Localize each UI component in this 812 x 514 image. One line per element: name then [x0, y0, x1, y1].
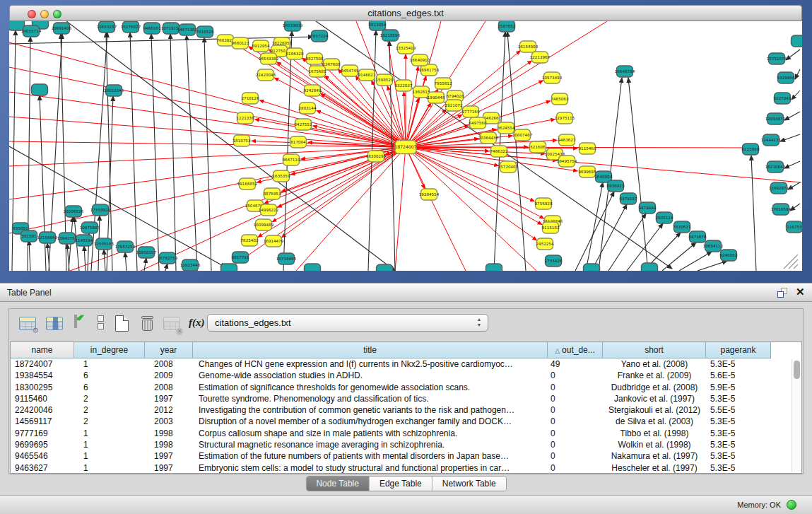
graph-node[interactable]: 7485063: [551, 93, 569, 105]
graph-node[interactable]: 9227341: [774, 93, 792, 104]
graph-node[interactable]: 20891406: [52, 23, 72, 34]
graph-node[interactable]: 12923448: [180, 259, 201, 271]
graph-node[interactable]: [486, 264, 502, 271]
graph-node[interactable]: 12213967: [530, 52, 551, 63]
graph-node[interactable]: 20053346: [104, 85, 124, 96]
graph-node[interactable]: 9699695: [579, 166, 596, 177]
table-options-button[interactable]: ⚙: [18, 315, 37, 333]
column-header-name[interactable]: name: [11, 342, 74, 358]
graph-node[interactable]: 2935114: [656, 212, 673, 223]
table-row[interactable]: 969969511998Structural magnetic resonanc…: [11, 439, 801, 450]
table-row[interactable]: 946554611997Estimation of the future num…: [11, 450, 801, 462]
table-row[interactable]: 946362711997Embryonic stem cells: a mode…: [11, 462, 801, 473]
graph-node[interactable]: 2803144: [299, 103, 317, 114]
graph-node[interactable]: 8186328: [286, 48, 304, 59]
graph-node[interactable]: 16210643: [765, 161, 786, 173]
graph-node[interactable]: 7486322: [490, 146, 508, 157]
graph-node[interactable]: 13992971: [769, 182, 789, 194]
network-canvas[interactable]: 7663822966012389129541822605891275031654…: [9, 21, 802, 271]
graph-node[interactable]: 19218596: [380, 30, 401, 41]
graph-node[interactable]: 1810753: [233, 135, 251, 146]
graph-node[interactable]: 7955812: [435, 78, 452, 89]
graph-node[interactable]: 19166852: [237, 178, 257, 189]
graph-node[interactable]: 16648784: [615, 66, 635, 77]
float-window-icon[interactable]: [777, 288, 788, 298]
graph-node[interactable]: 14998222: [259, 204, 278, 216]
graph-node[interactable]: 9660123: [232, 37, 249, 49]
graph-node[interactable]: 16914479: [264, 235, 284, 247]
graph-node[interactable]: 8878353: [264, 188, 281, 199]
graph-node[interactable]: 9463627: [558, 134, 576, 146]
graph-node[interactable]: 10653287: [97, 21, 117, 33]
table-row[interactable]: 1938455462009Genome-wide association stu…: [11, 370, 801, 381]
graph-node[interactable]: 7625402: [241, 235, 259, 246]
graph-node[interactable]: 16099489: [254, 219, 274, 230]
graph-node[interactable]: 8813054: [369, 21, 387, 30]
graph-node[interactable]: 9146821: [358, 69, 376, 81]
graph-node[interactable]: 12093872: [765, 113, 785, 124]
graph-node[interactable]: 12505185: [94, 238, 114, 250]
graph-node[interactable]: [32, 84, 48, 95]
graph-node[interactable]: [377, 264, 393, 271]
graph-node[interactable]: 12975115: [555, 112, 575, 124]
tab-network-table[interactable]: Network Table: [433, 477, 506, 491]
graph-node[interactable]: 13325419: [396, 42, 416, 54]
graph-node[interactable]: 8471676: [689, 231, 707, 243]
tab-node-table[interactable]: Node Table: [306, 477, 370, 491]
graph-node[interactable]: 10973493: [542, 72, 563, 83]
graph-node[interactable]: 9827508: [306, 53, 324, 64]
graph-node[interactable]: 22420046: [256, 69, 276, 81]
graph-node[interactable]: 17016504: [771, 204, 792, 215]
column-header-in_degree[interactable]: in_degree: [74, 342, 145, 358]
graph-node[interactable]: 8427552: [295, 119, 312, 130]
graph-node[interactable]: 1588520: [376, 74, 394, 86]
graph-node[interactable]: 15276007: [121, 21, 141, 33]
delete-column-button[interactable]: [138, 315, 158, 333]
tab-edge-table[interactable]: Edge Table: [370, 477, 433, 491]
graph-node[interactable]: 20364436: [478, 132, 499, 144]
graph-node[interactable]: 15720407: [498, 161, 519, 173]
graph-node[interactable]: [642, 263, 658, 271]
graph-node[interactable]: 9777169: [462, 106, 480, 117]
graph-node[interactable]: 14671388: [177, 24, 198, 35]
table-row[interactable]: 2242004622012Investigating the contribut…: [11, 404, 801, 416]
graph-node[interactable]: 2452254: [536, 238, 554, 250]
graph-node[interactable]: 16640910: [410, 54, 430, 66]
graph-node[interactable]: 15751874: [767, 53, 787, 64]
graph-node[interactable]: 1990448: [428, 92, 445, 103]
graph-node[interactable]: 16543382: [259, 53, 278, 64]
graph-hub-node[interactable]: 18724007: [394, 141, 417, 154]
graph-node[interactable]: 9115182: [542, 222, 560, 233]
graph-node[interactable]: 621606: [530, 141, 546, 153]
function-builder-button[interactable]: f(x): [187, 315, 207, 333]
graph-node[interactable]: 6497568: [469, 117, 487, 129]
graph-node[interactable]: 7815526: [196, 26, 214, 37]
canvas-resize-handle[interactable]: [784, 255, 798, 269]
graph-node[interactable]: 1733426: [545, 255, 563, 267]
graph-node[interactable]: 9242848: [304, 85, 322, 96]
memory-ok-indicator[interactable]: [787, 500, 796, 510]
new-table-button[interactable]: [112, 315, 132, 333]
graph-node[interactable]: 391591: [21, 230, 37, 242]
graph-node[interactable]: 2718126: [242, 93, 259, 104]
graph-node[interactable]: 13942757: [57, 233, 78, 244]
graph-node[interactable]: 7857224: [311, 30, 329, 42]
graph-node[interactable]: 16154808: [518, 41, 539, 52]
unselect-all-button[interactable]: [92, 315, 112, 333]
graph-node[interactable]: 15718485: [276, 253, 297, 264]
graph-node[interactable]: 6379197: [620, 193, 637, 204]
graph-node[interactable]: 10958107: [136, 247, 157, 258]
graph-node[interactable]: 1675685: [309, 66, 326, 77]
graph-node[interactable]: 8322037: [395, 80, 413, 91]
graph-node[interactable]: 9329966: [777, 72, 795, 83]
table-selector-dropdown[interactable]: citations_edges.txt ▲▼: [207, 314, 488, 332]
graph-node[interactable]: 9245852: [720, 250, 738, 261]
graph-node[interactable]: 9756928: [535, 198, 553, 209]
graph-node[interactable]: [792, 35, 803, 47]
graph-node[interactable]: 817004: [290, 136, 307, 148]
column-header-out_degree[interactable]: △out_de...: [548, 342, 603, 358]
graph-node[interactable]: 7632621: [673, 221, 691, 233]
scrollbar-thumb[interactable]: [794, 361, 800, 379]
graph-node[interactable]: 10654112: [703, 240, 723, 252]
close-panel-icon[interactable]: ✕: [796, 286, 805, 298]
